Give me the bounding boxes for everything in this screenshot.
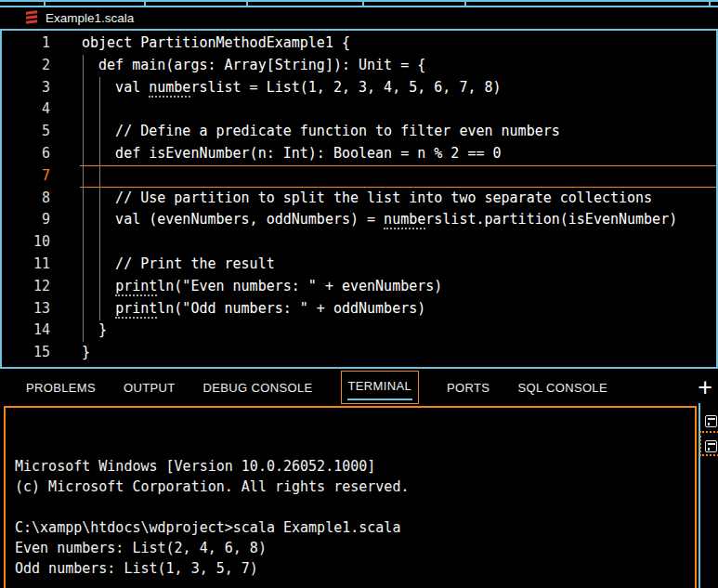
line-number[interactable]: 13 — [2, 298, 80, 320]
code-text: def main(args: Array[String]): Unit = { — [80, 55, 716, 77]
terminal-tabs-list — [705, 409, 718, 459]
editor-lines: 1object PartitionMethodExample1 {2 def m… — [2, 33, 716, 364]
scala-icon — [26, 11, 37, 25]
code-line[interactable]: 13 println("Odd numbers: " + oddNumbers) — [2, 298, 716, 320]
terminal-line: Even numbers: List(2, 4, 6, 8) — [15, 538, 695, 558]
terminal-list-item-selected[interactable] — [705, 434, 718, 459]
tab-separator — [246, 2, 248, 6]
tab-separator — [44, 2, 46, 6]
line-number[interactable]: 10 — [2, 231, 80, 254]
code-line[interactable]: 11 // Print the result — [2, 254, 716, 276]
panel-tab-problems[interactable]: PROBLEMS — [26, 381, 96, 395]
terminal-line: Microsoft Windows [Version 10.0.26052.10… — [15, 456, 695, 477]
code-line[interactable]: 9 val (evenNumbers, oddNumbers) = number… — [2, 209, 716, 231]
panel-tab-terminal[interactable]: TERMINAL — [341, 371, 420, 404]
terminal-icon — [705, 440, 717, 452]
code-text: // Use partition to split the list into … — [80, 188, 716, 210]
code-text: def isEvenNumber(n: Int): Boolean = n % … — [80, 143, 716, 165]
line-number[interactable]: 7 — [2, 165, 80, 188]
line-number[interactable]: 12 — [2, 276, 80, 298]
tab-example1-scala[interactable]: Example1.scala — [0, 7, 134, 29]
line-number[interactable]: 5 — [2, 121, 80, 143]
terminal-line: C:\xampp\htdocs\wdproject>scala Example1… — [15, 517, 695, 538]
code-text: val (evenNumbers, oddNumbers) = numbersl… — [80, 209, 716, 231]
terminal-list-item[interactable] — [705, 409, 718, 434]
line-number[interactable]: 6 — [2, 143, 80, 165]
panel-tab-bar: PROBLEMSOUTPUTDEBUG CONSOLETERMINALPORTS… — [0, 369, 681, 406]
indent-guide — [99, 77, 100, 320]
code-line[interactable]: 15} — [2, 342, 716, 364]
line-number[interactable]: 8 — [2, 188, 80, 210]
indent-guide — [83, 55, 84, 342]
code-text: // Define a predicate function to filter… — [80, 121, 716, 143]
terminal-icon — [705, 415, 717, 427]
hint-underline: print — [115, 278, 157, 296]
vscode-window: Example1.scala 1object PartitionMethodEx… — [0, 0, 718, 588]
code-text: } — [80, 342, 716, 364]
tab-separator — [709, 2, 711, 6]
editor-tab-bar: Example1.scala — [0, 7, 718, 31]
code-text: object PartitionMethodExample1 { — [80, 33, 716, 55]
tab-separator — [144, 2, 146, 6]
terminal-line — [15, 579, 695, 588]
line-number[interactable]: 1 — [2, 33, 80, 55]
panel-tab-output[interactable]: OUTPUT — [124, 381, 176, 395]
terminal-line — [15, 497, 695, 517]
line-number[interactable]: 11 — [2, 254, 80, 276]
code-line[interactable]: 1object PartitionMethodExample1 { — [2, 33, 716, 55]
panel-tab-debug-console[interactable]: DEBUG CONSOLE — [203, 381, 313, 395]
code-text: println("Odd numbers: " + oddNumbers) — [80, 298, 716, 320]
code-text: // Print the result — [80, 254, 716, 276]
line-number[interactable]: 14 — [2, 320, 80, 342]
tab-label: Example1.scala — [46, 11, 134, 25]
code-line[interactable]: 14 } — [2, 320, 716, 342]
new-terminal-button[interactable]: + — [698, 369, 712, 406]
hint-underline: numbe — [149, 79, 190, 98]
code-line[interactable]: 4 — [2, 98, 716, 121]
code-text — [80, 98, 716, 121]
panel-tab-ports[interactable]: PORTS — [447, 381, 490, 395]
hint-underline: print — [115, 300, 157, 319]
line-number[interactable]: 3 — [2, 77, 80, 99]
code-editor[interactable]: 1object PartitionMethodExample1 {2 def m… — [0, 31, 718, 367]
code-line[interactable]: 12 println("Even numbers: " + evenNumber… — [2, 276, 716, 298]
code-line[interactable]: 6 def isEvenNumber(n: Int): Boolean = n … — [2, 143, 716, 165]
code-text: val numberslist = List(1, 2, 3, 4, 5, 6,… — [80, 77, 716, 99]
terminal-lines: Microsoft Windows [Version 10.0.26052.10… — [15, 456, 695, 588]
line-number[interactable]: 9 — [2, 209, 80, 231]
panel-tab-sql-console[interactable]: SQL CONSOLE — [517, 381, 607, 395]
code-text — [80, 231, 716, 254]
tab-separator — [464, 2, 466, 6]
line-number[interactable]: 4 — [2, 98, 80, 121]
code-line[interactable]: 5 // Define a predicate function to filt… — [2, 121, 716, 143]
line-number[interactable]: 2 — [2, 55, 80, 77]
code-line[interactable]: 10 — [2, 231, 716, 254]
terminal[interactable]: Microsoft Windows [Version 10.0.26052.10… — [4, 406, 697, 588]
plus-icon: + — [698, 375, 712, 400]
code-line[interactable]: 2 def main(args: Array[String]): Unit = … — [2, 55, 716, 77]
code-line[interactable]: 8 // Use partition to split the list int… — [2, 188, 716, 210]
code-text: println("Even numbers: " + evenNumbers) — [80, 276, 716, 298]
terminal-line: (c) Microsoft Corporation. All rights re… — [15, 477, 695, 497]
hint-underline: numbe — [384, 211, 425, 229]
code-line[interactable]: 7 — [2, 165, 716, 188]
line-number[interactable]: 15 — [2, 342, 80, 364]
tab-separator — [362, 2, 364, 6]
code-text: } — [80, 320, 716, 342]
cutoff-top-row — [0, 0, 718, 7]
code-text — [80, 165, 716, 188]
code-line[interactable]: 3 val numberslist = List(1, 2, 3, 4, 5, … — [2, 77, 716, 99]
terminal-line: Odd numbers: List(1, 3, 5, 7) — [15, 558, 695, 579]
